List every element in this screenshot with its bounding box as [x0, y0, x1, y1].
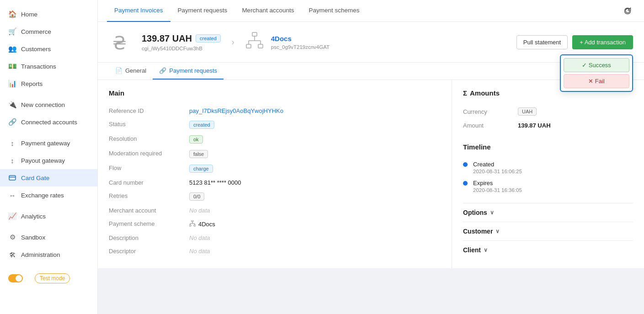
svg-rect-3 — [252, 32, 257, 36]
invoice-header: ₴ 139.87 UAH created cgi_iWy5410DDCFuw3h… — [98, 22, 644, 63]
content-area: ₴ 139.87 UAH created cgi_iWy5410DDCFuw3h… — [98, 22, 644, 314]
sidebar-item-reports[interactable]: 📊 Reports — [0, 75, 97, 92]
amount-value: 139.87 UAH — [518, 122, 551, 129]
field-moderation: Moderation required false — [109, 147, 441, 161]
customer-header[interactable]: Customer ∨ — [463, 228, 633, 235]
home-icon: 🏠 — [8, 10, 16, 18]
tab-merchant-accounts[interactable]: Merchant accounts — [234, 0, 301, 22]
tab-payment-requests[interactable]: Payment requests — [170, 0, 235, 22]
sidebar-item-label: Exchange rates — [21, 192, 64, 199]
test-mode-toggle[interactable] — [8, 274, 23, 282]
payment-gateway-icon: ↕ — [8, 139, 16, 147]
field-value-merchant-account: No data — [189, 207, 210, 214]
options-label: Options — [463, 209, 487, 216]
customer-label: Customer — [463, 228, 493, 235]
field-label-status: Status — [109, 121, 182, 128]
field-label-payment-scheme: Payment scheme — [109, 220, 182, 227]
svg-rect-5 — [258, 44, 263, 48]
sidebar-item-label: Commerce — [21, 28, 51, 35]
right-section: Σ Amounts Currency UAH Amount 139.87 UAH… — [452, 80, 644, 268]
field-value-reference-id[interactable]: pay_I7DksREjsy0AoBqYwojHYHKo — [189, 107, 283, 114]
sidebar-item-sandbox[interactable]: ⚙ Sandbox — [0, 229, 97, 246]
field-label-description: Description — [109, 234, 182, 241]
field-label-retries: Retries — [109, 192, 182, 199]
client-header[interactable]: Client ∨ — [463, 246, 633, 254]
client-label: Client — [463, 246, 481, 254]
svg-rect-4 — [246, 44, 251, 48]
transaction-dropdown: ✓ Success ✕ Fail — [560, 54, 633, 92]
general-icon: 📄 — [115, 67, 122, 74]
tab-payment-invoices[interactable]: Payment Invoices — [107, 0, 170, 22]
merchant-block: 4Docs psc_0g9vT219zcnv4GAT — [271, 35, 330, 50]
customers-icon: 👥 — [8, 45, 16, 53]
sidebar-item-transactions[interactable]: 💵 Transactions — [0, 58, 97, 75]
field-label-flow: Flow — [109, 165, 182, 171]
payout-gateway-icon: ↕ — [8, 156, 16, 165]
field-card-number: Card number 5123 81** **** 0000 — [109, 176, 441, 189]
card-gate-icon — [8, 174, 16, 182]
timeline-content-created: Created 2020-08-31 16:06:25 — [473, 161, 522, 174]
sidebar-item-label: Analytics — [21, 213, 46, 220]
timeline-dot-created — [463, 162, 468, 167]
field-payment-scheme: Payment scheme — [109, 217, 441, 231]
main-section: Main Reference ID pay_I7DksREjsy0AoBqYwo… — [98, 80, 452, 268]
field-label-descriptor: Descriptor — [109, 248, 182, 255]
sidebar-item-card-gate[interactable]: Card Gate — [0, 169, 97, 186]
svg-text:₴: ₴ — [112, 33, 127, 53]
sidebar-item-customers[interactable]: 👥 Customers — [0, 40, 97, 58]
sidebar-item-commerce[interactable]: 🛒 Commerce — [0, 23, 97, 40]
sidebar-item-label: Card Gate — [21, 175, 49, 181]
field-label-reference-id: Reference ID — [109, 107, 182, 114]
hryvnia-icon: ₴ — [109, 29, 134, 55]
field-merchant-account: Merchant account No data — [109, 204, 441, 217]
sub-tab-payment-requests[interactable]: 🔗 Payment requests — [153, 63, 224, 80]
options-section: Options ∨ — [463, 203, 633, 222]
field-resolution: Resolution ok — [109, 132, 441, 147]
customer-chevron-icon: ∨ — [495, 228, 500, 234]
sidebar-item-administration[interactable]: 🛠 Administration — [0, 246, 97, 263]
payment-scheme-icon — [189, 220, 196, 228]
top-nav: Payment Invoices Payment requests Mercha… — [98, 0, 644, 22]
field-value-payment-scheme: 4Docs — [189, 220, 215, 228]
commerce-icon: 🛒 — [8, 27, 16, 36]
sidebar-item-payout-gateway[interactable]: ↕ Payout gateway — [0, 152, 97, 169]
sidebar-item-new-connection[interactable]: 🔌 New connection — [0, 96, 97, 113]
sidebar-item-connected-accounts[interactable]: 🔗 Connected accounts — [0, 113, 97, 131]
field-value-status: created — [189, 121, 214, 129]
field-retries: Retries 0/0 — [109, 189, 441, 204]
pull-statement-button[interactable]: Pull statement — [516, 35, 568, 49]
merchant-name[interactable]: 4Docs — [271, 35, 330, 43]
invoice-amount: 139.87 UAH created — [142, 33, 221, 44]
sidebar-item-analytics[interactable]: 📈 Analytics — [0, 208, 97, 225]
main-area: Payment Invoices Payment requests Mercha… — [98, 0, 644, 314]
invoice-reference: cgi_iWy5410DDCFuw3hB — [142, 46, 221, 51]
sidebar-item-label: Connected accounts — [21, 119, 77, 126]
field-status: Status created — [109, 117, 441, 132]
badge-created: created — [196, 34, 221, 43]
sub-tab-general[interactable]: 📄 General — [109, 63, 153, 80]
timeline-section: Timeline Created 2020-08-31 16:06:25 Exp… — [463, 143, 633, 196]
timeline-title: Timeline — [463, 143, 633, 151]
invoice-body: Main Reference ID pay_I7DksREjsy0AoBqYwo… — [98, 80, 644, 268]
sidebar-item-label: Customers — [21, 46, 51, 53]
add-transaction-button[interactable]: + Add transaction — [572, 35, 633, 49]
success-option[interactable]: ✓ Success — [564, 58, 629, 72]
sidebar-item-label: Reports — [21, 80, 43, 87]
refresh-button[interactable] — [620, 4, 635, 18]
tab-payment-schemes[interactable]: Payment schemes — [301, 0, 367, 22]
new-connection-icon: 🔌 — [8, 101, 16, 109]
options-header[interactable]: Options ∨ — [463, 209, 633, 216]
amount-label: Amount — [463, 122, 518, 129]
transactions-icon: 💵 — [8, 62, 16, 70]
sidebar-item-label: New connection — [21, 101, 65, 108]
sidebar-item-payment-gateway[interactable]: ↕ Payment gateway — [0, 134, 97, 152]
header-actions: Pull statement + Add transaction ✓ Succe… — [516, 35, 633, 49]
customer-section: Customer ∨ — [463, 222, 633, 240]
administration-icon: 🛠 — [8, 250, 16, 259]
timeline-content-expires: Expires 2020-08-31 16:36:05 — [473, 180, 522, 193]
sidebar-item-exchange-rates[interactable]: ↔ Exchange rates — [0, 186, 97, 204]
sidebar-item-home[interactable]: 🏠 Home — [0, 5, 97, 23]
sidebar-item-label: Transactions — [21, 63, 56, 70]
field-value-retries: 0/0 — [189, 192, 204, 201]
fail-option[interactable]: ✕ Fail — [564, 74, 629, 88]
